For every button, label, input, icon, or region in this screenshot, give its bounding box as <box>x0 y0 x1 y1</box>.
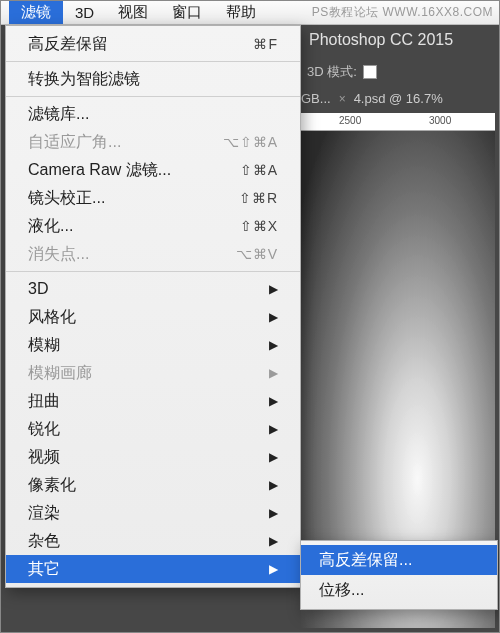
menu-item-label: 镜头校正... <box>28 188 231 209</box>
close-tab-icon[interactable]: × <box>339 92 346 106</box>
menu-item-label: 3D <box>28 280 263 298</box>
menu-vanishing-point: 消失点... ⌥⌘V <box>6 240 300 268</box>
other-submenu: 高反差保留... 位移... <box>300 540 498 610</box>
watermark: PS教程论坛 WWW.16XX8.COM <box>312 4 493 21</box>
menu-sharpen[interactable]: 锐化 ▶ <box>6 415 300 443</box>
menu-item-label: 锐化 <box>28 419 263 440</box>
menu-distort[interactable]: 扭曲 ▶ <box>6 387 300 415</box>
menu-adaptive-wide-angle: 自适应广角... ⌥⇧⌘A <box>6 128 300 156</box>
mode-swatch[interactable] <box>363 65 377 79</box>
ruler-tick: 3000 <box>429 115 451 126</box>
menu-camera-raw-filter[interactable]: Camera Raw 滤镜... ⇧⌘A <box>6 156 300 184</box>
menu-view[interactable]: 视图 <box>106 1 160 24</box>
menu-item-label: 模糊 <box>28 335 263 356</box>
menu-item-label: 像素化 <box>28 475 263 496</box>
menu-item-label: 液化... <box>28 216 232 237</box>
menu-item-label: 高反差保留 <box>28 34 245 55</box>
menu-convert-smart-filter[interactable]: 转换为智能滤镜 <box>6 65 300 93</box>
chevron-right-icon: ▶ <box>269 310 278 324</box>
menu-item-label: 转换为智能滤镜 <box>28 69 278 90</box>
menu-item-label: 自适应广角... <box>28 132 215 153</box>
document-tabbar: GB... × 4.psd @ 16.7% <box>301 91 443 106</box>
menu-lens-correction[interactable]: 镜头校正... ⇧⌘R <box>6 184 300 212</box>
menu-liquify[interactable]: 液化... ⇧⌘X <box>6 212 300 240</box>
submenu-offset[interactable]: 位移... <box>301 575 497 605</box>
chevron-right-icon: ▶ <box>269 506 278 520</box>
menu-3d-sub[interactable]: 3D ▶ <box>6 275 300 303</box>
chevron-right-icon: ▶ <box>269 562 278 576</box>
submenu-high-pass[interactable]: 高反差保留... <box>301 545 497 575</box>
shortcut: ⌘F <box>253 36 278 52</box>
menu-blur-gallery: 模糊画廊 ▶ <box>6 359 300 387</box>
shortcut: ⌥⌘V <box>236 246 278 262</box>
chevron-right-icon: ▶ <box>269 534 278 548</box>
menu-item-label: 高反差保留... <box>319 550 479 571</box>
menu-blur[interactable]: 模糊 ▶ <box>6 331 300 359</box>
menu-last-filter[interactable]: 高反差保留 ⌘F <box>6 30 300 58</box>
separator <box>6 61 300 62</box>
chevron-right-icon: ▶ <box>269 450 278 464</box>
menu-item-label: 模糊画廊 <box>28 363 263 384</box>
menu-3d[interactable]: 3D <box>63 1 106 24</box>
shortcut: ⇧⌘A <box>240 162 278 178</box>
app-title: Photoshop CC 2015 <box>309 31 453 49</box>
menu-window[interactable]: 窗口 <box>160 1 214 24</box>
menu-render[interactable]: 渲染 ▶ <box>6 499 300 527</box>
menu-item-label: 扭曲 <box>28 391 263 412</box>
ruler-tick: 2500 <box>339 115 361 126</box>
menu-other[interactable]: 其它 ▶ <box>6 555 300 583</box>
menu-filter-gallery[interactable]: 滤镜库... <box>6 100 300 128</box>
tab-gb[interactable]: GB... <box>301 91 331 106</box>
menu-item-label: 滤镜库... <box>28 104 278 125</box>
menu-item-label: 视频 <box>28 447 263 468</box>
menu-item-label: Camera Raw 滤镜... <box>28 160 232 181</box>
chevron-right-icon: ▶ <box>269 394 278 408</box>
menu-item-label: 杂色 <box>28 531 263 552</box>
chevron-right-icon: ▶ <box>269 422 278 436</box>
shortcut: ⇧⌘X <box>240 218 278 234</box>
menu-item-label: 渲染 <box>28 503 263 524</box>
menu-pixelate[interactable]: 像素化 ▶ <box>6 471 300 499</box>
separator <box>6 96 300 97</box>
menu-filter[interactable]: 滤镜 <box>9 1 63 24</box>
chevron-right-icon: ▶ <box>269 366 278 380</box>
filter-dropdown: 高反差保留 ⌘F 转换为智能滤镜 滤镜库... 自适应广角... ⌥⇧⌘A Ca… <box>5 25 301 588</box>
menu-video[interactable]: 视频 ▶ <box>6 443 300 471</box>
menu-item-label: 风格化 <box>28 307 263 328</box>
shortcut: ⇧⌘R <box>239 190 278 206</box>
menu-item-label: 位移... <box>319 580 479 601</box>
chevron-right-icon: ▶ <box>269 478 278 492</box>
ruler-horizontal: 2500 3000 <box>301 113 495 131</box>
mode-label: 3D 模式: <box>307 63 357 81</box>
menu-help[interactable]: 帮助 <box>214 1 268 24</box>
chevron-right-icon: ▶ <box>269 338 278 352</box>
chevron-right-icon: ▶ <box>269 282 278 296</box>
menu-noise[interactable]: 杂色 ▶ <box>6 527 300 555</box>
tab-doc[interactable]: 4.psd @ 16.7% <box>354 91 443 106</box>
options-3d-mode: 3D 模式: <box>307 63 377 81</box>
menu-item-label: 其它 <box>28 559 263 580</box>
menu-item-label: 消失点... <box>28 244 228 265</box>
shortcut: ⌥⇧⌘A <box>223 134 278 150</box>
separator <box>6 271 300 272</box>
menu-stylize[interactable]: 风格化 ▶ <box>6 303 300 331</box>
